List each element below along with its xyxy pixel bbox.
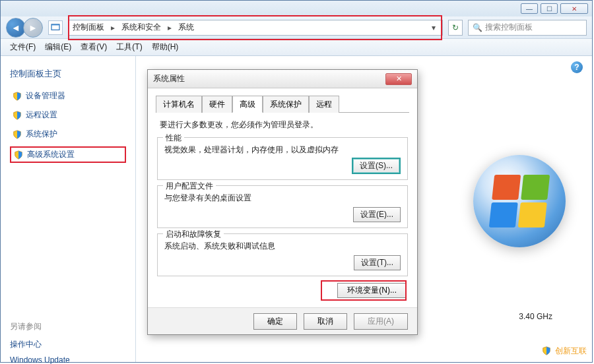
see-also-heading: 另请参阅 bbox=[10, 321, 126, 332]
sidebar-item-label: 设备管理器 bbox=[26, 90, 65, 102]
sidebar-item-system-protection[interactable]: 系统保护 bbox=[10, 127, 126, 141]
menu-file[interactable]: 文件(F) bbox=[10, 42, 36, 53]
help-icon[interactable]: ? bbox=[571, 61, 583, 73]
group-description: 与您登录有关的桌面设置 bbox=[164, 193, 401, 204]
search-icon: 🔍 bbox=[473, 23, 482, 32]
dialog-body: 计算机名 硬件 高级 系统保护 远程 要进行大多数更改，您必须作为管理员登录。 … bbox=[148, 88, 417, 308]
windows-logo bbox=[473, 155, 566, 247]
ok-button[interactable]: 确定 bbox=[253, 313, 297, 330]
dialog-footer: 确定 取消 应用(A) bbox=[148, 308, 417, 334]
chevron-right-icon: ▸ bbox=[166, 23, 173, 32]
maximize-button[interactable]: ☐ bbox=[541, 3, 558, 14]
sidebar-item-advanced-system-settings[interactable]: 高级系统设置 bbox=[10, 146, 126, 163]
tab-advanced[interactable]: 高级 bbox=[232, 96, 263, 113]
breadcrumb-item[interactable]: 系统 bbox=[178, 22, 194, 33]
nav-buttons: ◄ ► bbox=[6, 18, 43, 38]
tab-system-protection[interactable]: 系统保护 bbox=[263, 96, 309, 113]
shield-icon bbox=[13, 130, 22, 139]
menu-help[interactable]: 帮助(H) bbox=[152, 42, 179, 53]
close-button[interactable]: ✕ bbox=[560, 3, 588, 14]
minimize-button[interactable]: — bbox=[521, 3, 538, 14]
tab-computer-name[interactable]: 计算机名 bbox=[156, 96, 202, 113]
window-titlebar: — ☐ ✕ bbox=[1, 1, 592, 16]
chevron-right-icon: ▸ bbox=[110, 23, 116, 32]
startup-recovery-group: 启动和故障恢复 系统启动、系统失败和调试信息 设置(T)... bbox=[157, 233, 408, 276]
refresh-button[interactable]: ↻ bbox=[448, 20, 463, 36]
dialog-tabs: 计算机名 硬件 高级 系统保护 远程 bbox=[156, 95, 409, 113]
sidebar-item-remote-settings[interactable]: 远程设置 bbox=[10, 108, 126, 122]
tab-remote[interactable]: 远程 bbox=[309, 96, 339, 113]
group-description: 系统启动、系统失败和调试信息 bbox=[164, 241, 401, 252]
user-profile-group: 用户配置文件 与您登录有关的桌面设置 设置(E)... bbox=[157, 185, 408, 228]
performance-group: 性能 视觉效果，处理器计划，内存使用，以及虚拟内存 设置(S)... bbox=[157, 137, 408, 180]
watermark-text: 创新互联 bbox=[555, 346, 587, 357]
address-dropdown-icon[interactable]: ▾ bbox=[429, 23, 438, 32]
address-bar[interactable]: 控制面板 ▸ 系统和安全 ▸ 系统 ▾ bbox=[68, 20, 443, 36]
group-description: 视觉效果，处理器计划，内存使用，以及虚拟内存 bbox=[164, 144, 401, 156]
sidebar-item-device-manager[interactable]: 设备管理器 bbox=[10, 89, 126, 103]
breadcrumb-item[interactable]: 系统和安全 bbox=[121, 22, 161, 33]
menu-tools[interactable]: 工具(T) bbox=[116, 42, 142, 53]
breadcrumb-item[interactable]: 控制面板 bbox=[73, 22, 104, 33]
control-panel-home-link[interactable]: 控制面板主页 bbox=[10, 68, 126, 80]
svg-rect-1 bbox=[52, 25, 59, 29]
shield-icon bbox=[542, 346, 552, 357]
sidebar: 控制面板主页 设备管理器 远程设置 系统保护 高级系统设置 另请参阅 操作中心 … bbox=[1, 56, 136, 362]
sidebar-item-label: 系统保护 bbox=[26, 129, 57, 140]
system-properties-dialog: 系统属性 ✕ 计算机名 硬件 高级 系统保护 远程 要进行大多数更改，您必须作为… bbox=[147, 69, 418, 335]
forward-button[interactable]: ► bbox=[23, 18, 43, 38]
sidebar-item-label: 高级系统设置 bbox=[27, 149, 75, 160]
apply-button[interactable]: 应用(A) bbox=[354, 313, 408, 330]
cpu-frequency-value: 3.40 GHz bbox=[519, 312, 552, 321]
group-title: 性能 bbox=[163, 133, 184, 144]
see-also-action-center[interactable]: 操作中心 bbox=[10, 339, 126, 350]
group-title: 用户配置文件 bbox=[163, 181, 216, 192]
menu-bar: 文件(F) 编辑(E) 查看(V) 工具(T) 帮助(H) bbox=[1, 39, 592, 56]
user-profile-settings-button[interactable]: 设置(E)... bbox=[353, 207, 401, 222]
navigation-bar: ◄ ► 控制面板 ▸ 系统和安全 ▸ 系统 ▾ ↻ 🔍 搜索控制面板 bbox=[1, 16, 592, 39]
environment-variables-row: 环境变量(N)... bbox=[158, 283, 407, 298]
menu-edit[interactable]: 编辑(E) bbox=[45, 42, 71, 53]
dialog-title-text: 系统属性 bbox=[153, 73, 185, 84]
startup-settings-button[interactable]: 设置(T)... bbox=[354, 255, 401, 270]
search-placeholder: 搜索控制面板 bbox=[485, 22, 533, 33]
cancel-button[interactable]: 取消 bbox=[304, 313, 347, 330]
tab-hardware[interactable]: 硬件 bbox=[202, 96, 232, 113]
dialog-titlebar[interactable]: 系统属性 ✕ bbox=[148, 70, 417, 88]
admin-note-text: 要进行大多数更改，您必须作为管理员登录。 bbox=[160, 119, 405, 131]
dialog-close-button[interactable]: ✕ bbox=[385, 73, 412, 85]
sidebar-item-label: 远程设置 bbox=[26, 109, 57, 121]
shield-icon bbox=[13, 111, 22, 120]
shield-icon bbox=[13, 92, 22, 101]
menu-view[interactable]: 查看(V) bbox=[81, 42, 107, 53]
address-icon[interactable] bbox=[48, 20, 63, 35]
shield-icon bbox=[14, 150, 23, 160]
environment-variables-button[interactable]: 环境变量(N)... bbox=[337, 283, 407, 298]
see-also-windows-update[interactable]: Windows Update bbox=[10, 355, 126, 364]
performance-settings-button[interactable]: 设置(S)... bbox=[352, 158, 401, 174]
search-input[interactable]: 🔍 搜索控制面板 bbox=[468, 20, 587, 36]
watermark: 创新互联 bbox=[542, 346, 587, 357]
group-title: 启动和故障恢复 bbox=[163, 229, 224, 240]
